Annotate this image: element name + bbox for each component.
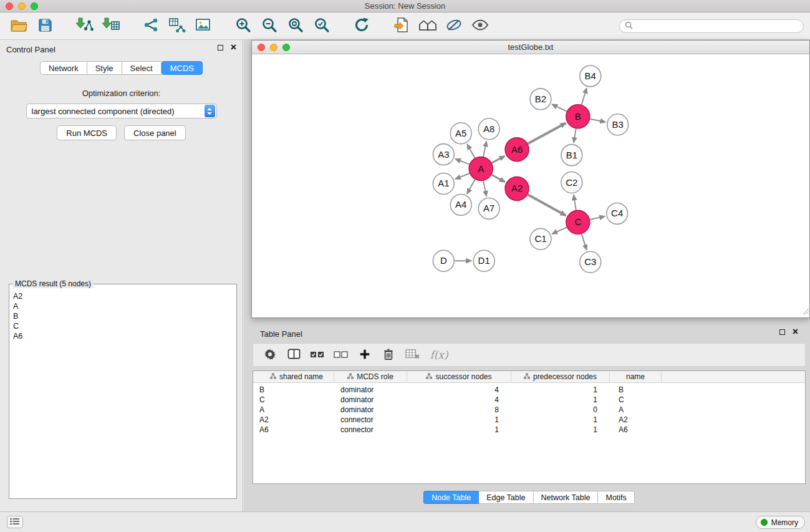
table-row[interactable]: A6connector11A6 — [253, 425, 805, 435]
close-table-panel-icon[interactable]: × — [793, 329, 798, 335]
network-zoom-button[interactable] — [282, 44, 290, 51]
network-node-C[interactable]: C — [566, 210, 590, 234]
minimize-window-button[interactable] — [18, 2, 26, 10]
network-edge-A-A2[interactable] — [492, 175, 505, 182]
delete-column-button[interactable] — [378, 346, 399, 364]
mcds-result-item[interactable]: A6 — [13, 331, 233, 341]
network-edge-A-A8[interactable] — [483, 141, 486, 157]
annotation-button[interactable] — [443, 15, 465, 37]
tab-mcds[interactable]: MCDS — [162, 61, 203, 75]
import-table-button[interactable] — [100, 15, 122, 37]
function-builder-button[interactable]: f(x) — [425, 346, 453, 364]
network-node-A6[interactable]: A6 — [505, 138, 529, 162]
table-row[interactable]: A2connector11A2 — [253, 415, 805, 425]
close-window-button[interactable] — [6, 2, 13, 10]
network-node-A1[interactable]: A1 — [433, 173, 454, 195]
network-edge-C-C1[interactable] — [552, 228, 566, 235]
column-header-predecessor-nodes[interactable]: predecessor nodes — [511, 371, 610, 382]
zoom-fit-button[interactable] — [284, 15, 307, 37]
network-edge-B-B2[interactable] — [552, 104, 567, 111]
column-header-shared-name[interactable]: shared name — [253, 371, 334, 382]
page-arrows-button[interactable] — [390, 15, 413, 37]
open-button[interactable] — [7, 15, 30, 37]
network-edge-A-A7[interactable] — [483, 181, 486, 196]
network-node-D[interactable]: D — [433, 250, 454, 271]
network-node-A2[interactable]: A2 — [505, 177, 529, 201]
network-edge-B-B4[interactable] — [582, 88, 587, 105]
resize-grip-icon[interactable] — [801, 306, 809, 317]
network-edge-A2-C[interactable] — [528, 195, 566, 216]
search-input[interactable] — [636, 22, 798, 31]
table-row[interactable]: Bdominator41B — [253, 385, 805, 395]
network-edge-C-C4[interactable] — [590, 216, 605, 220]
task-history-button[interactable] — [7, 516, 23, 528]
tab-style[interactable]: Style — [87, 61, 122, 75]
criterion-dropdown[interactable]: largest connected component (directed) — [26, 104, 217, 118]
new-network-from-table-button[interactable] — [166, 15, 188, 37]
tab-node-table[interactable]: Node Table — [423, 491, 479, 504]
network-edge-C-C3[interactable] — [582, 234, 587, 250]
column-header-successor-nodes[interactable]: successor nodes — [407, 371, 511, 382]
show-columns-button[interactable] — [283, 346, 304, 364]
float-panel-icon[interactable] — [218, 45, 223, 51]
network-edge-A-A1[interactable] — [455, 173, 470, 179]
network-edge-C-C2[interactable] — [574, 195, 576, 210]
tab-edge-table[interactable]: Edge Table — [479, 491, 533, 504]
network-edge-A-A5[interactable] — [467, 144, 475, 158]
network-canvas[interactable]: B4B2BB3A5A8A6B1A3AC2A1A2A4A7C4CC1C3DD1 — [252, 55, 809, 317]
zoom-selected-button[interactable] — [311, 15, 333, 37]
network-node-A5[interactable]: A5 — [450, 123, 471, 144]
export-image-button[interactable] — [192, 15, 215, 37]
network-node-B4[interactable]: B4 — [580, 65, 601, 87]
network-edge-B-B3[interactable] — [590, 119, 605, 122]
deselect-all-button[interactable] — [330, 346, 352, 364]
zoom-out-button[interactable] — [258, 15, 281, 37]
tab-network-table[interactable]: Network Table — [534, 491, 599, 504]
network-node-B2[interactable]: B2 — [530, 89, 551, 110]
network-node-A4[interactable]: A4 — [450, 194, 471, 215]
show-hide-button[interactable] — [469, 15, 491, 37]
network-node-A3[interactable]: A3 — [433, 144, 454, 165]
network-minimize-button[interactable] — [270, 44, 277, 51]
mcds-result-item[interactable]: A — [13, 301, 233, 311]
network-node-B[interactable]: B — [566, 105, 590, 128]
network-node-C3[interactable]: C3 — [580, 251, 601, 273]
close-panel-icon[interactable]: × — [231, 44, 236, 51]
network-node-A7[interactable]: A7 — [478, 198, 499, 219]
houses-button[interactable] — [417, 15, 439, 37]
add-column-button[interactable] — [354, 346, 375, 364]
memory-button[interactable]: Memory — [756, 516, 805, 529]
column-header-name[interactable]: name — [610, 371, 662, 382]
new-network-button[interactable] — [140, 15, 162, 37]
save-button[interactable] — [34, 15, 56, 37]
table-row[interactable]: Cdominator41C — [253, 395, 805, 405]
network-edge-A-A6[interactable] — [492, 156, 505, 163]
table-settings-button[interactable] — [259, 346, 281, 364]
select-all-button[interactable] — [307, 346, 328, 364]
apply-layout-button[interactable] — [350, 15, 373, 37]
network-node-A8[interactable]: A8 — [478, 118, 499, 140]
mcds-result-item[interactable]: C — [13, 321, 233, 331]
network-node-C2[interactable]: C2 — [561, 172, 582, 193]
network-node-C4[interactable]: C4 — [607, 203, 628, 224]
network-edge-B-B1[interactable] — [574, 128, 576, 142]
run-mcds-button[interactable]: Run MCDS — [57, 125, 117, 140]
tab-network[interactable]: Network — [40, 61, 87, 75]
network-node-D1[interactable]: D1 — [473, 250, 494, 271]
mcds-result-item[interactable]: A2 — [13, 291, 233, 301]
column-header-mcds-role[interactable]: MCDS role — [334, 371, 407, 382]
network-node-A[interactable]: A — [469, 157, 493, 181]
tab-select[interactable]: Select — [122, 61, 162, 75]
network-edge-A-A4[interactable] — [467, 180, 475, 194]
import-network-button[interactable] — [74, 15, 96, 37]
network-edge-A-A3[interactable] — [455, 159, 470, 165]
network-node-B1[interactable]: B1 — [561, 145, 582, 166]
zoom-window-button[interactable] — [31, 2, 38, 10]
delete-table-button[interactable] — [402, 346, 423, 364]
table-row[interactable]: Adominator80A — [253, 405, 805, 415]
network-node-C1[interactable]: C1 — [530, 228, 551, 249]
zoom-in-button[interactable] — [232, 15, 254, 37]
tab-motifs[interactable]: Motifs — [598, 491, 634, 504]
float-table-panel-icon[interactable] — [779, 329, 785, 335]
close-panel-button[interactable]: Close panel — [124, 125, 186, 140]
